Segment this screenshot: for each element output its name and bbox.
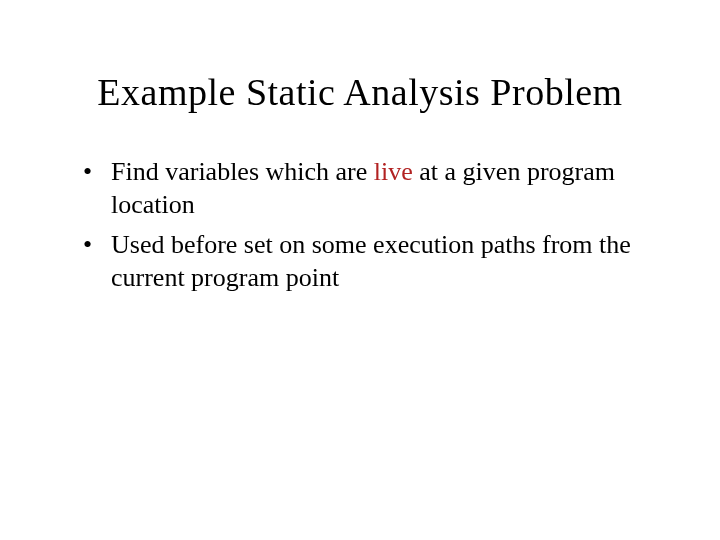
bullet-text-highlight: live	[374, 157, 413, 186]
bullet-text-prefix: Find variables which are	[111, 157, 374, 186]
slide-title: Example Static Analysis Problem	[55, 70, 665, 114]
bullet-text-prefix: Used before set on some execution paths …	[111, 230, 631, 292]
slide-container: Example Static Analysis Problem Find var…	[0, 0, 720, 540]
bullet-list: Find variables which are live at a given…	[55, 156, 665, 294]
bullet-item: Find variables which are live at a given…	[93, 156, 665, 221]
bullet-item: Used before set on some execution paths …	[93, 229, 665, 294]
